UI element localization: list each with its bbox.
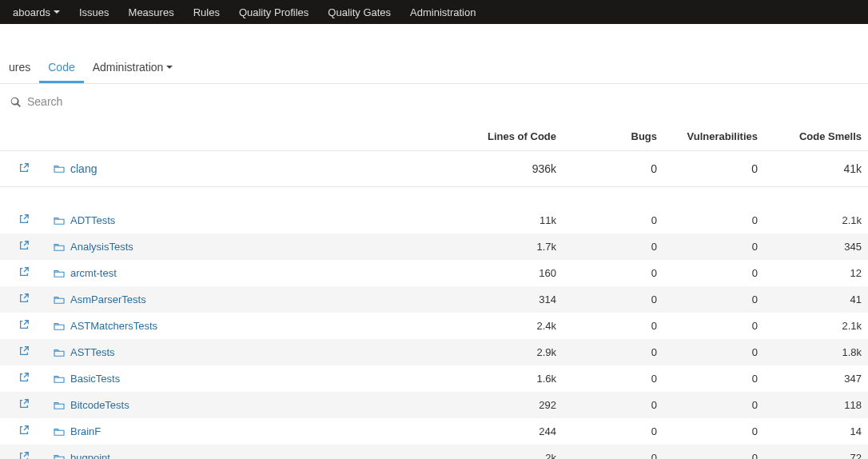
cell-smells: 72	[767, 452, 868, 459]
cell-smells: 1.8k	[767, 346, 868, 358]
item-name-cell: ASTTests	[48, 346, 465, 358]
item-name-cell: bugpoint	[48, 452, 465, 459]
item-name-link[interactable]: AnalysisTests	[70, 241, 133, 253]
external-link-icon	[18, 162, 30, 174]
cell-vuln: 0	[667, 320, 767, 332]
cell-loc: 1.6k	[465, 373, 566, 385]
cell-loc: 2.9k	[465, 346, 566, 358]
cell-bugs: 0	[566, 346, 667, 358]
caret-down-icon	[166, 66, 173, 69]
cell-smells: 41k	[767, 162, 868, 175]
open-item-link[interactable]	[0, 319, 48, 333]
top-nav-measures[interactable]: Measures	[119, 6, 184, 18]
folder-icon	[54, 295, 65, 305]
item-name-link[interactable]: ASTMatchersTests	[70, 320, 157, 332]
search-input[interactable]	[27, 95, 267, 108]
item-name-link[interactable]: AsmParserTests	[70, 293, 146, 305]
project-subnav-wrap: ures Code Administration	[0, 24, 868, 84]
open-item-link[interactable]	[0, 240, 48, 253]
open-item-link[interactable]	[0, 372, 48, 385]
cell-vuln: 0	[667, 214, 767, 226]
open-project-link[interactable]	[0, 162, 48, 176]
top-nav-administration[interactable]: Administration	[400, 6, 485, 18]
top-nav-label: aboards	[13, 6, 50, 18]
top-nav-dashboards[interactable]: aboards	[3, 6, 70, 18]
external-link-icon	[18, 319, 30, 330]
folder-icon	[54, 374, 65, 384]
open-item-link[interactable]	[0, 451, 48, 459]
external-link-icon	[18, 372, 30, 383]
table-row: AsmParserTests 314 0 0 41	[0, 286, 868, 313]
cell-bugs: 0	[566, 425, 667, 437]
item-name-link[interactable]: ADTTests	[70, 214, 115, 226]
item-name-link[interactable]: ASTTests	[70, 346, 115, 358]
cell-smells: 41	[767, 293, 868, 305]
table-row: arcmt-test 160 0 0 12	[0, 260, 868, 286]
top-nav-rules[interactable]: Rules	[184, 6, 229, 18]
col-header-bugs: Bugs	[566, 130, 667, 142]
top-nav-issues[interactable]: Issues	[70, 6, 119, 18]
external-link-icon	[18, 451, 30, 459]
caret-down-icon	[54, 10, 60, 14]
cell-smells: 118	[767, 399, 868, 411]
open-item-link[interactable]	[0, 345, 48, 359]
cell-bugs: 0	[566, 399, 667, 411]
folder-icon	[54, 164, 65, 174]
item-name-cell: BasicTests	[48, 373, 465, 385]
cell-vuln: 0	[667, 425, 767, 437]
folder-icon	[54, 216, 65, 226]
open-item-link[interactable]	[0, 293, 48, 306]
folder-icon	[54, 348, 65, 357]
table-row: BrainF 244 0 0 14	[0, 418, 868, 445]
cell-loc: 11k	[465, 214, 566, 226]
col-header-loc: Lines of Code	[465, 130, 566, 142]
cell-bugs: 0	[566, 241, 667, 253]
folder-icon	[54, 427, 65, 437]
cell-vuln: 0	[667, 267, 767, 279]
subnav-item-code[interactable]: Code	[39, 54, 83, 83]
item-name-link[interactable]: arcmt-test	[70, 267, 117, 279]
table-row: ASTTests 2.9k 0 0 1.8k	[0, 339, 868, 365]
top-nav-quality-profiles[interactable]: Quality Profiles	[229, 6, 318, 18]
cell-vuln: 0	[667, 241, 767, 253]
cell-smells: 345	[767, 241, 868, 253]
table-row: bugpoint 2k 0 0 72	[0, 445, 868, 459]
subnav-item-measures[interactable]: ures	[0, 54, 39, 83]
item-name-cell: AnalysisTests	[48, 241, 465, 253]
folder-icon	[54, 321, 65, 331]
item-name-link[interactable]: BrainF	[70, 425, 101, 437]
table-row: AnalysisTests 1.7k 0 0 345	[0, 233, 868, 260]
open-item-link[interactable]	[0, 398, 48, 412]
open-item-link[interactable]	[0, 214, 48, 227]
cell-smells: 14	[767, 425, 868, 437]
external-link-icon	[18, 425, 30, 436]
cell-loc: 936k	[465, 162, 566, 175]
cell-loc: 244	[465, 425, 566, 437]
cell-bugs: 0	[566, 162, 667, 175]
subnav-item-administration[interactable]: Administration	[84, 54, 182, 83]
cell-bugs: 0	[566, 214, 667, 226]
cell-bugs: 0	[566, 320, 667, 332]
external-link-icon	[18, 345, 30, 357]
search-row	[0, 84, 868, 116]
item-name-link[interactable]: BitcodeTests	[70, 399, 129, 411]
folder-icon	[54, 401, 65, 410]
open-item-link[interactable]	[0, 425, 48, 438]
item-name-cell: ADTTests	[48, 214, 465, 226]
external-link-icon	[18, 214, 30, 225]
top-nav-quality-gates[interactable]: Quality Gates	[318, 6, 400, 18]
external-link-icon	[18, 293, 30, 304]
col-header-code-smells: Code Smells	[767, 130, 868, 142]
project-name-link[interactable]: clang	[70, 162, 97, 175]
cell-smells: 12	[767, 267, 868, 279]
subnav-item-label: Administration	[93, 61, 164, 74]
table-row: BitcodeTests 292 0 0 118	[0, 392, 868, 418]
open-item-link[interactable]	[0, 266, 48, 280]
folder-icon	[54, 453, 65, 460]
item-name-link[interactable]: bugpoint	[70, 452, 110, 459]
item-name-cell: ASTMatchersTests	[48, 320, 465, 332]
table-body: ADTTests 11k 0 0 2.1k AnalysisTests 1.7k…	[0, 207, 868, 459]
top-nav: aboards Issues Measures Rules Quality Pr…	[0, 0, 868, 24]
item-name-link[interactable]: BasicTests	[70, 373, 120, 385]
search-icon	[10, 96, 22, 108]
